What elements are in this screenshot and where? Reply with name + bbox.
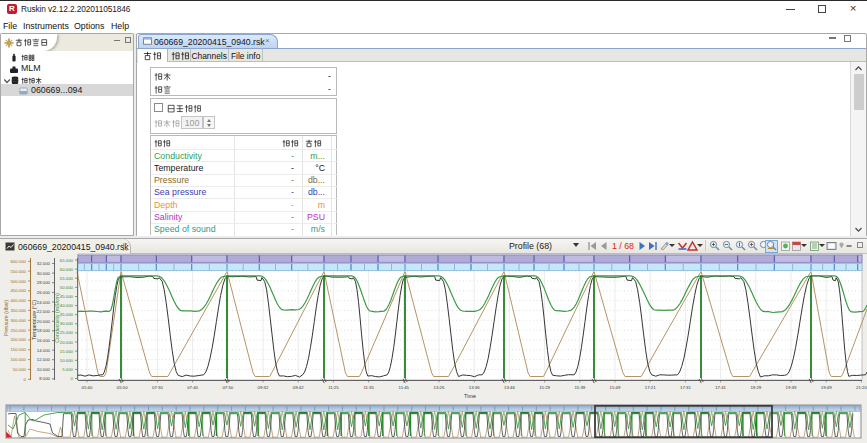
svg-text:Temperature (°C): Temperature (°C): [31, 300, 37, 340]
svg-text:15:39: 15:39: [574, 385, 585, 390]
svg-text:13:46: 13:46: [504, 385, 515, 390]
svg-text:0: 0: [71, 376, 74, 381]
svg-text:8.000: 8.000: [39, 376, 50, 381]
svg-text:17:41: 17:41: [715, 385, 726, 390]
svg-text:35.000: 35.000: [60, 312, 74, 317]
svg-text:07:30: 07:30: [152, 385, 163, 390]
svg-text:5.000: 5.000: [62, 367, 73, 372]
svg-text:14.000: 14.000: [37, 348, 51, 353]
svg-text:15.000: 15.000: [60, 349, 74, 354]
svg-text:Time: Time: [464, 393, 476, 399]
svg-text:0: 0: [24, 377, 27, 382]
svg-text:05:40: 05:40: [82, 385, 93, 390]
svg-text:21:20: 21:20: [856, 385, 867, 390]
svg-text:450.000: 450.000: [10, 288, 26, 293]
svg-text:40.000: 40.000: [60, 303, 74, 308]
svg-text:50.000: 50.000: [60, 285, 74, 290]
svg-text:30.000: 30.000: [60, 321, 74, 326]
svg-text:150.000: 150.000: [10, 347, 26, 352]
svg-text:200.000: 200.000: [10, 337, 26, 342]
svg-text:13:36: 13:36: [469, 385, 480, 390]
svg-text:Conductivity (mS/cm): Conductivity (mS/cm): [54, 293, 60, 343]
svg-text:10.000: 10.000: [60, 358, 74, 363]
svg-text:600.000: 600.000: [10, 259, 26, 264]
svg-text:09:42: 09:42: [293, 385, 304, 390]
svg-text:65.000: 65.000: [60, 258, 74, 263]
svg-text:11:25: 11:25: [328, 385, 339, 390]
svg-text:32.000: 32.000: [37, 261, 51, 266]
svg-text:350.000: 350.000: [10, 308, 26, 313]
svg-text:13:26: 13:26: [434, 385, 445, 390]
svg-text:07:50: 07:50: [222, 385, 233, 390]
svg-text:Pressure (dbar): Pressure (dbar): [3, 300, 9, 336]
svg-text:15:49: 15:49: [610, 385, 621, 390]
svg-text:30.000: 30.000: [37, 271, 51, 276]
svg-text:24.000: 24.000: [37, 300, 51, 305]
svg-text:22.000: 22.000: [37, 309, 51, 314]
svg-text:11:45: 11:45: [399, 385, 410, 390]
svg-text:60.000: 60.000: [60, 267, 74, 272]
svg-text:12.000: 12.000: [37, 357, 51, 362]
svg-text:20.000: 20.000: [60, 340, 74, 345]
svg-text:18.000: 18.000: [37, 328, 51, 333]
svg-text:50.000: 50.000: [13, 367, 27, 372]
svg-text:11:35: 11:35: [363, 385, 374, 390]
svg-text:55.000: 55.000: [60, 276, 74, 281]
svg-text:550.000: 550.000: [10, 269, 26, 274]
svg-text:300.000: 300.000: [10, 318, 26, 323]
svg-text:17:31: 17:31: [680, 385, 691, 390]
svg-text:20.000: 20.000: [37, 319, 51, 324]
svg-text:26.000: 26.000: [37, 290, 51, 295]
svg-text:19:49: 19:49: [821, 385, 832, 390]
svg-text:15:29: 15:29: [539, 385, 550, 390]
svg-text:25.000: 25.000: [60, 330, 74, 335]
svg-text:400.000: 400.000: [10, 298, 26, 303]
svg-text:07:40: 07:40: [187, 385, 198, 390]
svg-text:28.000: 28.000: [37, 280, 51, 285]
svg-text:10.000: 10.000: [37, 367, 51, 372]
svg-text:16.000: 16.000: [37, 338, 51, 343]
svg-text:250.000: 250.000: [10, 328, 26, 333]
svg-text:100.000: 100.000: [10, 357, 26, 362]
svg-text:09:32: 09:32: [258, 385, 269, 390]
svg-text:17:21: 17:21: [645, 385, 656, 390]
svg-text:05:50: 05:50: [117, 385, 128, 390]
svg-text:500.000: 500.000: [10, 279, 26, 284]
svg-text:45.000: 45.000: [60, 294, 74, 299]
svg-text:19:29: 19:29: [750, 385, 761, 390]
svg-text:19:39: 19:39: [786, 385, 797, 390]
